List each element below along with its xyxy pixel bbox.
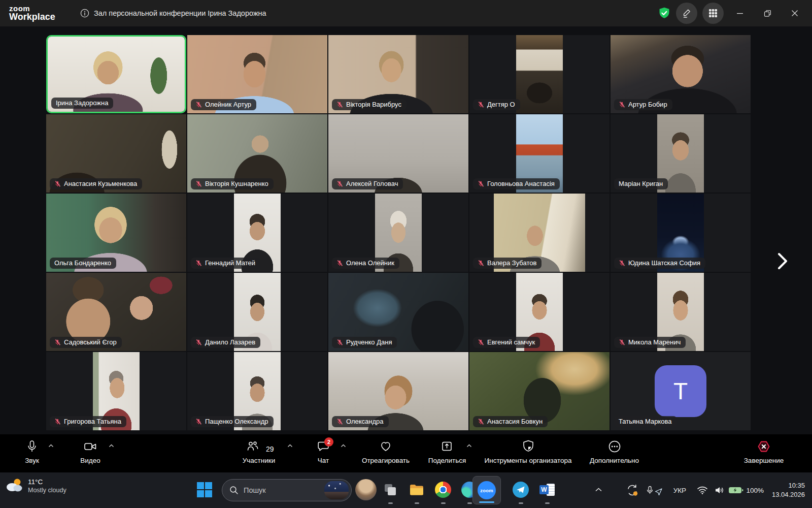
participant-name-pill: Ірина Задорожна [51,98,113,109]
participant-tile[interactable]: Алексей Головач [328,114,468,193]
end-meeting-icon [757,439,771,454]
weather-widget[interactable]: 11°C Mostly cloudy [5,478,66,494]
participant-tile[interactable]: Олена Олейник [328,194,468,272]
participant-tile[interactable]: Рудченко Даня [328,273,468,351]
mic-in-use-indicator[interactable] [643,485,665,496]
end-meeting-button[interactable]: Завершение [738,438,789,464]
participant-tile[interactable]: Валера Зубатов [469,194,610,272]
share-screen-button[interactable]: Поделиться [425,438,469,464]
battery-icon [728,485,743,495]
participant-name: Татьяна Маркова [619,418,672,425]
participant-tile[interactable]: Головньова Анастасія [469,114,610,193]
volume-button[interactable] [711,486,728,495]
participant-tile[interactable]: Артур Бобир [611,35,751,113]
participant-tile[interactable]: Вікторія Кушнаренко [187,114,327,193]
security-shield-icon[interactable] [658,7,671,20]
participant-tile[interactable]: Анастасия Кузьменкова [46,114,186,193]
mic-muted-icon [54,418,61,425]
participant-tile[interactable]: Евгений самчук [469,273,610,351]
host-tools-button[interactable]: Инструменты организатора [479,438,578,464]
tray-overflow-button[interactable] [588,479,609,500]
mic-muted-icon [195,339,202,346]
participant-tile[interactable]: Дегтяр О [469,35,610,113]
participants-menu-caret[interactable] [287,444,293,448]
speaker-icon [715,486,725,495]
chat-button[interactable]: 2 Чат [303,438,344,464]
participant-tile[interactable]: Григорова Татьяна [46,352,186,430]
mic-icon [25,439,39,454]
react-button[interactable]: Отреагировать [358,438,414,464]
host-tools-shield-icon [522,439,535,454]
location-in-use-icon [655,488,663,496]
participant-tile[interactable]: Олейник Артур [187,35,327,113]
participant-name: Данило Лазарев [205,338,255,346]
pencil-icon [681,8,692,19]
chat-menu-caret[interactable] [341,444,346,448]
restore-icon [764,10,771,17]
annotate-button[interactable] [676,3,697,24]
taskbar-user-avatar[interactable] [355,479,377,500]
search-box[interactable]: Пошук [222,479,352,501]
participant-tile[interactable]: Геннадий Матей [187,194,327,272]
participant-name: Геннадий Матей [205,259,255,267]
participant-tile[interactable]: Олександра [328,352,468,430]
taskbar-clock[interactable]: 10:35 13.04.2026 [772,481,805,499]
participant-tile[interactable]: Анастасия Бовкун [469,352,610,430]
file-explorer-button[interactable] [406,479,427,500]
zoom-workplace-logo: zoom Workplace [9,5,55,22]
participant-tile[interactable]: Микола Маренич [611,273,751,351]
search-highlight-image[interactable] [324,481,349,499]
participant-tile[interactable]: Юдина Шатская София [611,194,751,272]
participant-tile[interactable]: Садовський Єгор [46,273,186,351]
participant-name: Артур Бобир [628,101,667,108]
minimize-button[interactable] [729,3,751,24]
mic-muted-icon [619,101,625,108]
participant-name-pill: Алексей Головач [332,178,403,189]
wifi-button[interactable] [694,486,711,495]
participant-name: Пащенко Олександр [205,418,268,425]
participants-button[interactable]: 29 Участники [232,438,285,464]
search-placeholder: Пошук [244,486,324,494]
word-button[interactable]: W [536,479,558,500]
participant-tile[interactable]: Маріан Криган [611,114,751,193]
participant-name-pill: Ольга Бондаренко [50,258,116,269]
participant-name-pill: Вікторія Кушнаренко [191,178,274,189]
restore-button[interactable] [756,3,779,24]
participant-tile[interactable]: Ірина Задорожна [46,35,186,113]
task-view-button[interactable] [380,479,401,500]
participants-count: 29 [266,445,274,453]
sync-status-button[interactable] [622,484,643,497]
participants-label: Участники [243,457,276,464]
telegram-button[interactable] [510,479,531,500]
participant-name-pill: Дегтяр О [473,99,520,110]
language-indicator[interactable]: УКР [665,487,694,494]
chrome-button[interactable] [432,479,454,500]
audio-menu-caret[interactable] [48,444,54,448]
gallery-view-button[interactable] [702,3,724,24]
participant-tile[interactable]: Вікторія Варибрус [328,35,468,113]
zoom-app-button-active[interactable]: zoom [472,476,501,504]
participant-tile[interactable]: Данило Лазарев [187,273,327,351]
audio-button[interactable]: Звук [15,438,49,464]
participant-name: Рудченко Даня [346,338,392,346]
mic-muted-icon [336,339,343,346]
battery-indicator[interactable]: 100% [728,485,764,495]
mic-muted-icon [195,418,202,425]
participant-tile[interactable]: T Татьяна Маркова [611,352,751,430]
share-menu-caret[interactable] [466,444,472,448]
participant-name: Юдина Шатская София [628,259,700,267]
close-icon [791,10,798,17]
next-page-button[interactable] [776,250,795,272]
meeting-info-icon[interactable] [80,9,89,18]
video-menu-caret[interactable] [109,444,114,448]
more-button[interactable]: Дополнительно [585,438,644,464]
mic-muted-icon [54,180,61,187]
participant-tile[interactable]: Ольга Бондаренко [46,194,186,272]
participant-tile[interactable]: Пащенко Олександр [187,352,327,430]
mic-muted-icon [336,101,343,108]
start-button[interactable] [196,481,213,498]
video-button[interactable]: Видео [70,438,111,464]
participant-name-pill: Олейник Артур [191,99,256,110]
participant-name: Вікторія Варибрус [346,101,401,108]
close-button[interactable] [784,3,806,24]
